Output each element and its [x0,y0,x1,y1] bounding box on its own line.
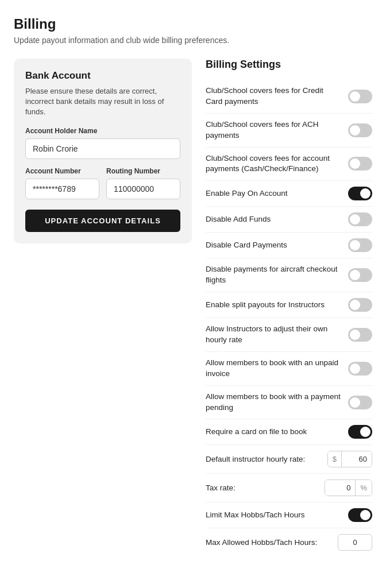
toggle-slider [348,328,372,342]
account-holder-label: Account Holder Name [25,127,180,135]
routing-number-label: Routing Number [106,167,180,175]
setting-label: Enable Pay On Account [206,188,341,199]
setting-row: Enable Pay On Account [206,181,372,207]
dollar-input-wrap: $ [327,451,372,467]
toggle-slider [348,268,372,282]
toggle-slider [348,212,372,226]
setting-label: Default instructor hourly rate: [206,454,321,465]
main-layout: Bank Account Please ensure these details… [14,59,372,556]
setting-label: Max Allowed Hobbs/Tach Hours: [206,537,331,548]
toggle-slider [348,187,372,200]
billing-settings-panel: Billing Settings Club/School covers fees… [206,59,372,556]
percent-input[interactable] [325,480,355,496]
setting-row: Club/School covers fees for ACH payments [206,114,372,148]
percent-input-wrap: % [325,479,372,496]
toggle-switch[interactable] [348,212,372,226]
setting-row: Require a card on file to book [206,419,372,445]
toggle-slider [348,425,372,439]
toggle-switch[interactable] [348,90,372,103]
setting-row: Club/School covers fees for account paym… [206,148,372,181]
toggle-switch[interactable] [348,425,372,439]
setting-label: Enable split payouts for Instructors [206,300,341,311]
dollar-input[interactable] [342,451,372,467]
setting-label: Allow members to book with a payment pen… [206,392,341,413]
dollar-prefix: $ [328,451,342,467]
setting-label: Limit Max Hobbs/Tach Hours [206,510,341,521]
toggle-slider [348,396,372,409]
page-title: Billing [14,16,372,32]
setting-row: Allow members to book with an unpaid inv… [206,352,372,386]
setting-row: Limit Max Hobbs/Tach Hours [206,502,372,528]
setting-row: Allow members to book with a payment pen… [206,386,372,420]
setting-row: Tax rate:% [206,474,372,502]
billing-settings-title: Billing Settings [206,59,372,71]
setting-row: Club/School covers fees for Credit Card … [206,80,372,114]
setting-row: Enable split payouts for Instructors [206,292,372,318]
setting-label: Allow members to book with an unpaid inv… [206,358,341,380]
setting-label: Require a card on file to book [206,427,341,438]
routing-number-group: Routing Number [106,167,180,207]
setting-row: Disable Add Funds [206,207,372,233]
setting-label: Allow Instructors to adjust their own ho… [206,324,341,346]
toggle-switch[interactable] [348,298,372,312]
setting-row: Disable payments for aircraft checkout f… [206,258,372,292]
page-subtitle: Update payout information and club wide … [14,36,372,45]
toggle-switch[interactable] [348,508,372,522]
account-holder-input[interactable] [25,138,180,159]
toggle-switch[interactable] [348,238,372,252]
routing-number-input[interactable] [106,179,180,199]
toggle-slider [348,238,372,252]
toggle-switch[interactable] [348,396,372,409]
bank-account-card: Bank Account Please ensure these details… [14,59,192,243]
update-account-button[interactable]: UPDATE ACCOUNT DETAILS [25,210,180,232]
toggle-slider [348,157,372,171]
account-number-input[interactable] [25,179,99,199]
account-number-label: Account Number [25,167,99,175]
toggle-slider [348,508,372,522]
plain-number-input[interactable] [338,534,372,551]
toggle-switch[interactable] [348,268,372,282]
toggle-switch[interactable] [348,362,372,376]
toggle-switch[interactable] [348,157,372,171]
account-routing-row: Account Number Routing Number [25,167,180,207]
setting-row: Default instructor hourly rate:$ [206,445,372,474]
bank-card-title: Bank Account [25,70,180,82]
toggle-slider [348,90,372,103]
account-number-group: Account Number [25,167,99,207]
setting-label: Tax rate: [206,483,318,494]
toggle-slider [348,123,372,137]
setting-row: Max Allowed Hobbs/Tach Hours: [206,528,372,556]
setting-label: Club/School covers fees for ACH payments [206,119,341,141]
setting-label: Disable Card Payments [206,240,341,251]
percent-suffix: % [355,480,372,496]
toggle-switch[interactable] [348,187,372,200]
account-holder-field-group: Account Holder Name [25,127,180,167]
toggle-slider [348,362,372,376]
bank-card-description: Please ensure these details are correct,… [25,86,180,118]
toggle-slider [348,298,372,312]
setting-label: Disable Add Funds [206,214,341,225]
setting-label: Club/School covers fees for account paym… [206,153,341,175]
setting-row: Disable Card Payments [206,233,372,258]
toggle-switch[interactable] [348,328,372,342]
setting-label: Club/School covers fees for Credit Card … [206,86,341,107]
settings-list: Club/School covers fees for Credit Card … [206,80,372,556]
toggle-switch[interactable] [348,123,372,137]
setting-label: Disable payments for aircraft checkout f… [206,264,341,286]
setting-row: Allow Instructors to adjust their own ho… [206,318,372,352]
